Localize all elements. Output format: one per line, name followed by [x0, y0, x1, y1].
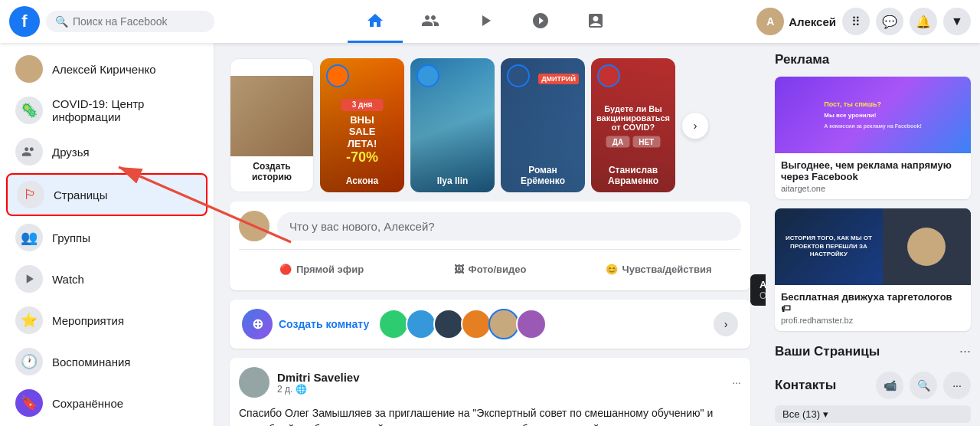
- sidebar-item-groups[interactable]: 👥 Группы: [6, 218, 207, 257]
- contacts-search-btn[interactable]: 🔍: [910, 372, 937, 399]
- ad2-info: Бесплатная движуха таргетологов 🏷 profi.…: [775, 285, 971, 331]
- memories-label: Воспоминания: [52, 356, 130, 369]
- ad2-image: ИСТОРИЯ ТОГО, КАК МЫ ОТ ПРОЕКТОВ ПЕРЕШЛИ…: [775, 208, 971, 285]
- your-pages-more-btn[interactable]: ···: [959, 343, 971, 359]
- askona-label: Аскона: [325, 175, 400, 186]
- nav-groups[interactable]: [513, 0, 568, 43]
- post-meta: 2 д. 🌐: [277, 384, 360, 395]
- post-input[interactable]: Что у вас нового, Алексей?: [277, 212, 741, 241]
- header-left: f 🔍: [9, 6, 214, 37]
- events-icon: ⭐: [15, 306, 43, 334]
- apps-button[interactable]: ⠿: [842, 8, 870, 35]
- room-avatar-1[interactable]: [378, 309, 409, 339]
- groups-icon: 👥: [15, 224, 43, 251]
- ad2-domain: profi.redhamster.bz: [781, 316, 965, 325]
- messenger-button[interactable]: 💬: [876, 8, 903, 35]
- sidebar-item-events[interactable]: ⭐ Мероприятия: [6, 300, 207, 340]
- photo-action[interactable]: 🖼 Фото/видео: [407, 257, 573, 281]
- story-ilya[interactable]: Ilya Ilin: [410, 58, 495, 192]
- post-text: Спасибо Олег Замышляев за приглашение на…: [239, 405, 741, 426]
- sidebar-item-watch[interactable]: Watch: [6, 259, 207, 299]
- header-nav: [348, 0, 623, 43]
- friends-icon: [15, 138, 43, 165]
- contacts-filter-wrapper: Все (13) ▾: [775, 405, 971, 423]
- room-avatar-5[interactable]: [488, 309, 519, 339]
- post-privacy-icon: 🌐: [296, 384, 307, 395]
- story-stanislav[interactable]: Будете ли Вы вакцинироваться от COVID? Д…: [591, 58, 675, 192]
- ads-title: Реклама: [775, 52, 971, 67]
- room-avatar-6[interactable]: [516, 309, 547, 339]
- facebook-logo[interactable]: f: [9, 6, 40, 37]
- room-avatar-2[interactable]: [406, 309, 436, 339]
- post-author-avatar: [239, 367, 270, 398]
- post-box-top: Что у вас нового, Алексей?: [239, 211, 741, 241]
- feeling-label: Чувства/действия: [622, 264, 712, 275]
- watch-icon: [15, 265, 43, 293]
- contacts-more-btn[interactable]: ···: [943, 372, 971, 399]
- post-user-info: Dmitri Saveliev 2 д. 🌐: [277, 371, 360, 395]
- notifications-button[interactable]: 🔔: [910, 8, 937, 35]
- search-input[interactable]: [73, 15, 205, 28]
- ad-card-1[interactable]: Пост, ты спишь? Мы все уронили! А комисс…: [775, 77, 971, 199]
- live-icon: 🔴: [279, 264, 292, 275]
- sidebar-item-pages[interactable]: 🏳 Страницы: [6, 173, 207, 216]
- contacts-filter-btn[interactable]: Все (13) ▾: [775, 405, 971, 423]
- post-author-name: Dmitri Saveliev: [277, 371, 360, 384]
- covid-label: COVID-19: Центр информации: [52, 97, 198, 123]
- events-label: Мероприятия: [52, 314, 124, 327]
- create-story-label: Создать историю: [230, 161, 313, 182]
- sidebar-item-friends[interactable]: Друзья: [6, 132, 207, 172]
- roman-label: Роман Ерёменко: [505, 165, 580, 186]
- sidebar-item-saved[interactable]: 🔖 Сохранённое: [6, 383, 207, 423]
- photo-icon: 🖼: [454, 264, 464, 275]
- ad-card-2[interactable]: ИСТОРИЯ ТОГО, КАК МЫ ОТ ПРОЕКТОВ ПЕРЕШЛИ…: [775, 208, 971, 331]
- story-roman[interactable]: ДМИТРИЙ Роман Ерёменко: [501, 58, 585, 192]
- nav-friends[interactable]: [403, 0, 458, 43]
- stanislav-label: Станислав Авраменко: [596, 165, 671, 186]
- nav-home[interactable]: [348, 0, 403, 43]
- saved-icon: 🔖: [15, 389, 43, 417]
- nav-marketplace[interactable]: [568, 0, 623, 43]
- ad1-image: Пост, ты спишь? Мы все уронили! А комисс…: [775, 77, 971, 153]
- live-label: Прямой эфир: [296, 264, 364, 275]
- post-more-btn[interactable]: ···: [732, 376, 741, 388]
- tooltip-bubble: Антонина Киселева Общаться: [750, 274, 766, 306]
- stories-row: + Создать историю 3 дня ВНЫSALE ЛЕТА! -7…: [230, 58, 750, 192]
- create-room-icon: ⊕: [242, 309, 273, 339]
- search-bar[interactable]: 🔍: [46, 11, 214, 32]
- room-avatar-3[interactable]: [433, 309, 464, 339]
- room-avatar-4[interactable]: [461, 309, 492, 339]
- sidebar-item-aleksey[interactable]: Алексей Кириченко: [6, 49, 207, 89]
- contacts-video-btn[interactable]: 📹: [876, 372, 903, 399]
- post-box: Что у вас нового, Алексей? 🔴 Прямой эфир…: [230, 202, 750, 290]
- stories-next-btn[interactable]: ›: [681, 112, 709, 139]
- room-avatars: [378, 309, 704, 339]
- contacts-actions: 📹 🔍 ···: [876, 372, 971, 399]
- sidebar-item-covid[interactable]: 🦠 COVID-19: Центр информации: [6, 90, 207, 130]
- sidebar-item-memories[interactable]: 🕐 Воспоминания: [6, 342, 207, 382]
- post-time: 2 д.: [277, 384, 292, 395]
- groups-label: Группы: [52, 231, 90, 244]
- aleksey-avatar: [15, 55, 43, 83]
- ilya-label: Ilya Ilin: [415, 175, 490, 186]
- create-room-button[interactable]: ⊕ Создать комнату: [242, 309, 369, 339]
- live-action[interactable]: 🔴 Прямой эфир: [239, 257, 404, 281]
- sidebar: Алексей Кириченко 🦠 COVID-19: Центр инфо…: [0, 43, 214, 426]
- story-askona[interactable]: 3 дня ВНЫSALE ЛЕТА! -70% Аскона: [320, 58, 404, 192]
- post-card: Dmitri Saveliev 2 д. 🌐 ··· Спасибо Олег …: [230, 358, 750, 426]
- watch-label: Watch: [52, 273, 84, 286]
- account-menu-button[interactable]: ▼: [943, 8, 971, 35]
- main-feed: + Создать историю 3 дня ВНЫSALE ЛЕТА! -7…: [214, 43, 766, 426]
- nav-watch[interactable]: [458, 0, 513, 43]
- header-avatar: А: [756, 8, 784, 35]
- create-story-card[interactable]: + Создать историю: [230, 58, 314, 192]
- header-right: А Алексей ⠿ 💬 🔔 ▼: [756, 8, 971, 35]
- aleksey-label: Алексей Кириченко: [52, 63, 156, 76]
- feeling-action[interactable]: 😊 Чувства/действия: [576, 257, 741, 281]
- post-user-avatar: [239, 211, 270, 241]
- header-username: Алексей: [789, 15, 836, 28]
- header-profile[interactable]: А Алексей: [756, 8, 836, 35]
- ad1-info: Выгоднее, чем реклама напрямую через Fac…: [775, 153, 971, 199]
- right-panel: Реклама Пост, ты спишь? Мы все уронили! …: [766, 43, 980, 426]
- rooms-next-btn[interactable]: ›: [714, 312, 738, 336]
